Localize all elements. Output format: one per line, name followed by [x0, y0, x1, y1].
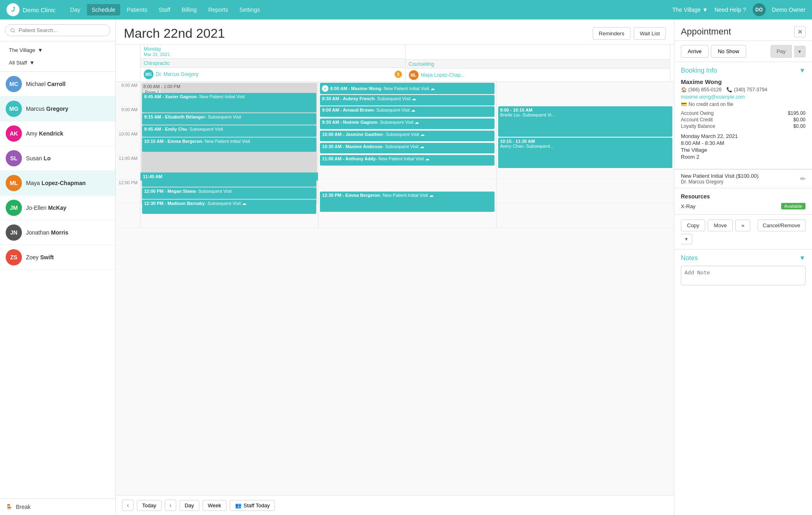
panel-title: Appointment: [681, 26, 731, 37]
staff-name: Jo-Ellen McKay: [26, 205, 67, 211]
list-item[interactable]: 12:00 PM - Megan Slawa- Subsequent Visit: [142, 187, 316, 199]
list-item[interactable]: 9:00 - 10:15 AM Brielle Liu- Subsequent …: [498, 106, 672, 137]
nav-staff[interactable]: Staff: [154, 4, 175, 15]
list-item[interactable]: 12:30 PM - Emma Bergeron- New Patient In…: [320, 192, 494, 212]
staff-name: Zoey Swift: [26, 254, 54, 261]
staff-item-zoey-swift[interactable]: ZS Zoey Swift: [0, 245, 115, 270]
appointment-panel: Appointment ✕ Arrive No Show Pay ▼ Booki…: [674, 19, 812, 515]
search-icon: [10, 28, 15, 33]
list-item[interactable]: 9:15 AM - Elizabeth Bélanger- Subsequent…: [142, 113, 316, 125]
list-item[interactable]: 9:45 AM - Emily Chu- Subsequent Visit: [142, 125, 316, 137]
appt-location: The Village: [681, 147, 806, 153]
nav-links: Day Schedule Patients Staff Billing Repo…: [65, 4, 265, 15]
list-item[interactable]: 8:45 AM - Xavier Gagnon- New Patient Ini…: [142, 93, 316, 112]
resource-name: X-Ray: [681, 203, 695, 209]
patient-email[interactable]: maxime.wong@example.com: [681, 94, 806, 100]
cancel-remove-button[interactable]: Cancel/Remove: [758, 220, 806, 231]
staff-item-marcus-gregory[interactable]: MG Marcus Gregory: [0, 97, 115, 121]
location-filter[interactable]: The Village ▼: [5, 45, 110, 56]
search-box[interactable]: [5, 24, 110, 36]
staff-name: Michael Carroll: [26, 81, 65, 87]
col2-day-spacer: [406, 45, 670, 60]
notes-header: Notes ▼: [681, 254, 806, 262]
reminders-button[interactable]: Reminders: [593, 27, 631, 40]
list-item[interactable]: 9:00 AM - Arnaud Brown- Subsequent Visit…: [320, 106, 494, 117]
column-maya: 9:00 - 10:15 AM Brielle Liu- Subsequent …: [496, 82, 674, 228]
col3-header-spacer: [670, 45, 674, 82]
week-view-button[interactable]: Week: [203, 500, 227, 511]
nav-schedule[interactable]: Schedule: [87, 4, 120, 15]
move-button[interactable]: Move: [708, 220, 733, 231]
pay-button[interactable]: Pay: [771, 45, 792, 58]
panel-action-buttons: Copy Move » Cancel/Remove ▼: [674, 215, 812, 250]
time-label-9am: 9:00 AM: [116, 106, 140, 131]
appt-time: 8:00 AM - 8:30 AM: [681, 140, 806, 146]
list-item[interactable]: ✓ 8:00 AM - Maxime Wong- New Patient Ini…: [320, 83, 494, 94]
arrive-button[interactable]: Arrive: [681, 45, 708, 58]
edit-icon[interactable]: ✏: [800, 175, 806, 183]
staff-item-susan-lo[interactable]: SL Susan Lo: [0, 146, 115, 171]
staff-name: Amy Kendrick: [26, 130, 63, 137]
village-selector[interactable]: The Village ▼: [672, 6, 708, 13]
appt-room: Room 2: [681, 154, 806, 160]
service-name: New Patient Initial Visit ($100.00): [681, 173, 758, 179]
staff-item-michael-carroll[interactable]: MC Michael Carroll: [0, 72, 115, 97]
chevron-down-icon: ▼: [799, 67, 806, 74]
service-row: New Patient Initial Visit ($100.00) Dr. …: [674, 169, 812, 188]
nav-settings[interactable]: Settings: [235, 4, 265, 15]
staff-today-button[interactable]: 👥 Staff Today: [230, 500, 275, 511]
notes-section: Notes ▼: [674, 250, 812, 291]
nav-reports[interactable]: Reports: [203, 4, 233, 15]
service-provider: Dr. Marcus Gregory: [681, 179, 758, 185]
avatar: MC: [6, 76, 22, 92]
staff-filter[interactable]: All Staff ▼: [5, 57, 110, 68]
staff-name: Jonathan Morris: [26, 229, 68, 236]
clinic-name: Demo Clinic: [23, 6, 56, 13]
today-button[interactable]: Today: [137, 500, 162, 511]
list-item[interactable]: 10:15 - 11:30 AM Avery Chan- Subsequent.…: [498, 138, 672, 168]
staff-item-jo-ellen-mckay[interactable]: JM Jo-Ellen McKay: [0, 196, 115, 220]
day-view-button[interactable]: Day: [179, 500, 199, 511]
nav-billing[interactable]: Billing: [177, 4, 201, 15]
loyalty-balance-row: Loyalty Balance $0.00: [681, 123, 806, 129]
patient-contact: 🏠 (366) 855-0126 📞 (340) 757-3794: [681, 87, 806, 93]
list-item[interactable]: 9:30 AM - Noémie Gagnon- Subsequent Visi…: [320, 119, 494, 129]
break-button[interactable]: 🪑 Break: [0, 498, 115, 515]
staff-item-maya-lopez-chapman[interactable]: ML Maya Lopez-Chapman: [0, 171, 115, 196]
staff-list: MC Michael Carroll MG Marcus Gregory AK …: [0, 72, 115, 498]
time-label-12pm: 12:00 PM: [116, 179, 140, 204]
nav-day[interactable]: Day: [65, 4, 85, 15]
day-header: Monday Mar 22, 2021: [140, 45, 405, 59]
provider-avatar-maya: ML: [409, 70, 419, 80]
user-avatar: DO: [753, 3, 766, 16]
search-input[interactable]: [19, 27, 105, 33]
list-item[interactable]: 10:15 AM - Emma Bergeron- New Patient In…: [142, 138, 316, 152]
patient-name: Maxime Wong: [681, 78, 806, 85]
day-name: Monday: [144, 46, 402, 52]
appt-action-buttons: Arrive No Show Pay ▼: [674, 41, 812, 62]
close-button[interactable]: ✕: [794, 26, 806, 37]
resources-section: Resources X-Ray Available: [674, 188, 812, 215]
schedule-actions: Reminders Wait List: [593, 27, 666, 40]
pay-dropdown-button[interactable]: ▼: [794, 46, 806, 57]
list-item[interactable]: 10:30 AM - Maxime Ambrose- Subsequent Vi…: [320, 143, 494, 153]
notes-input[interactable]: [681, 266, 806, 285]
list-item[interactable]: 10:00 AM - Jasmine Gauthier- Subsequent …: [320, 131, 494, 141]
resource-row: X-Ray Available: [681, 203, 806, 209]
no-show-button[interactable]: No Show: [711, 45, 746, 58]
wait-list-button[interactable]: Wait List: [634, 27, 666, 40]
nav-patients[interactable]: Patients: [122, 4, 152, 15]
staff-item-jonathan-morris[interactable]: JN Jonathan Morris: [0, 220, 115, 245]
help-link[interactable]: Need Help ?: [715, 6, 746, 13]
list-item[interactable]: 11:00 AM - Anthony Addy- New Patient Ini…: [320, 155, 494, 166]
cancel-dropdown-button[interactable]: ▼: [681, 234, 692, 244]
next-button[interactable]: ›: [165, 500, 176, 511]
prev-button[interactable]: ‹: [122, 500, 134, 511]
list-item[interactable]: 12:30 PM - Madison Barnaby- Subsequent V…: [142, 200, 316, 214]
list-item[interactable]: 8:30 AM - Aubrey French- Subsequent Visi…: [320, 95, 494, 106]
staff-item-amy-kendrick[interactable]: AK Amy Kendrick: [0, 121, 115, 146]
more-button[interactable]: »: [735, 220, 750, 231]
jane-logo: J: [6, 3, 19, 16]
avatar: JM: [6, 200, 22, 216]
copy-button[interactable]: Copy: [681, 220, 705, 231]
